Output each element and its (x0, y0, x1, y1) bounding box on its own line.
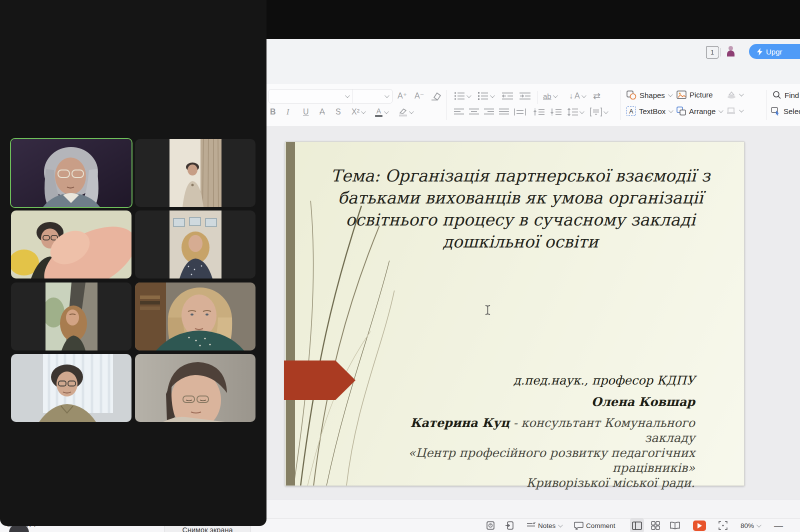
grow-font-button[interactable]: A⁺ (398, 90, 407, 102)
space-after-icon (550, 108, 562, 116)
superscript-icon: X² (352, 108, 360, 116)
font-color-icon: A (375, 108, 382, 117)
font-color-button[interactable]: A (375, 106, 388, 118)
distribute-text-button[interactable] (514, 106, 526, 118)
credit-line-2: Олена Ковшар (365, 394, 695, 410)
highlighter-icon (398, 108, 408, 116)
participant-video (170, 139, 222, 207)
send-to-phone-button[interactable] (505, 518, 514, 532)
comment-button[interactable]: Comment (574, 518, 616, 532)
line-spacing-button[interactable] (567, 106, 583, 118)
grow-font-icon: A⁺ (398, 92, 407, 100)
highlight-color-button[interactable] (398, 106, 412, 118)
reading-view-button[interactable] (670, 518, 680, 532)
numbering-button[interactable] (478, 90, 494, 102)
arrange-button[interactable]: Arrange (676, 106, 722, 116)
credit-line-1: д.пед.наук., професор КДПУ (365, 373, 695, 388)
character-border-icon: A (320, 108, 325, 116)
bullets-button[interactable] (454, 90, 470, 102)
shrink-font-button[interactable]: A⁻ (414, 90, 424, 102)
increase-paragraph-space-button[interactable] (533, 106, 545, 118)
underline-icon: U (303, 108, 309, 116)
comment-icon (574, 522, 584, 530)
textbox-button[interactable]: A TextBox (626, 106, 672, 116)
credit-line-3: Катерина Куц - консультант Комунального … (410, 416, 695, 445)
fill-button[interactable] (726, 90, 742, 99)
zoom-value: 80% (740, 522, 754, 530)
participant-tile-8[interactable] (135, 354, 256, 422)
normal-view-icon (632, 522, 642, 530)
align-center-icon (469, 108, 479, 116)
participant-video (11, 354, 132, 422)
select-icon (771, 106, 780, 116)
participant-tile-4[interactable] (135, 210, 256, 278)
decrease-indent-button[interactable] (502, 90, 514, 102)
strikethrough-button[interactable]: S (336, 106, 341, 118)
participant-tile-2[interactable] (135, 139, 256, 207)
horizontal-scroll-area[interactable] (258, 499, 800, 518)
fit-slide-button[interactable] (718, 518, 728, 532)
shapes-button[interactable]: Shapes (626, 90, 672, 100)
slide-left-band (286, 142, 295, 486)
select-button[interactable]: Select (771, 106, 800, 116)
find-button[interactable]: Find (772, 90, 799, 100)
zoom-out-button[interactable]: — (774, 518, 783, 532)
layer-button[interactable] (726, 106, 742, 115)
slide-credits-textbox[interactable]: д.пед.наук., професор КДПУ Олена Ковшар … (365, 373, 695, 490)
tablet-view-button[interactable] (486, 518, 495, 532)
italic-button[interactable]: I (286, 106, 289, 118)
align-left-icon (454, 108, 464, 116)
font-name-combo[interactable] (269, 90, 352, 103)
title-line-2: батьками вихованців як умова організації (320, 187, 720, 209)
align-right-button[interactable] (484, 106, 494, 118)
text-direction-button[interactable]: ↓ A (569, 90, 585, 102)
slide-sorter-view-button[interactable] (651, 518, 660, 532)
superscript-button[interactable]: X² (352, 106, 364, 118)
space-before-icon (533, 108, 545, 116)
replace-button[interactable]: ⇄ (593, 90, 600, 102)
title-line-3: освітнього процесу в сучасному закладі (320, 209, 720, 231)
shapes-icon (626, 90, 636, 100)
participant-tile-5[interactable] (11, 282, 132, 350)
underline-button[interactable]: U (303, 106, 309, 118)
textbox-label: TextBox (639, 107, 666, 116)
clear-format-button[interactable] (430, 90, 442, 102)
slide[interactable]: Тема: Організація партнерської взаємодії… (285, 142, 744, 486)
notes-button[interactable]: Notes (526, 518, 562, 532)
indent-icon (519, 92, 531, 100)
slideshow-button[interactable] (693, 518, 706, 532)
text-direction-icon: A (574, 92, 580, 100)
align-left-button[interactable] (454, 106, 464, 118)
shrink-font-icon: A⁻ (414, 92, 424, 100)
participant-video (11, 139, 132, 207)
participant-tile-7[interactable] (11, 354, 132, 422)
align-center-button[interactable] (469, 106, 479, 118)
bold-button[interactable]: B (270, 106, 276, 118)
title-line-4: дошкільної освіти (320, 231, 720, 253)
vertical-align-button[interactable] (590, 106, 607, 118)
strikethrough-icon: S (336, 108, 341, 116)
bold-icon: B (270, 108, 276, 116)
slide-title-textbox[interactable]: Тема: Організація партнерської взаємодії… (320, 165, 720, 253)
textbox-icon: A (626, 106, 636, 116)
justify-button[interactable] (499, 106, 509, 118)
picture-button[interactable]: Picture (676, 90, 713, 99)
participant-tile-1[interactable] (10, 138, 132, 208)
character-border-button[interactable]: A (320, 106, 325, 118)
book-icon (670, 522, 680, 530)
find-label: Find (784, 91, 799, 100)
character-spacing-button[interactable]: ab (543, 90, 556, 102)
layer-icon (726, 106, 736, 115)
arrange-icon (676, 106, 686, 116)
participant-tile-6[interactable] (135, 282, 256, 350)
zoom-level[interactable]: 80% (740, 518, 760, 532)
decrease-paragraph-space-button[interactable] (550, 106, 562, 118)
font-name-size-combos (268, 89, 392, 104)
normal-view-button[interactable] (630, 518, 644, 532)
chevron-down-icon (558, 522, 563, 528)
notes-icon (526, 522, 536, 529)
participant-tile-3[interactable] (11, 210, 132, 278)
font-size-combo[interactable] (352, 90, 392, 103)
find-icon (772, 90, 782, 100)
increase-indent-button[interactable] (519, 90, 531, 102)
